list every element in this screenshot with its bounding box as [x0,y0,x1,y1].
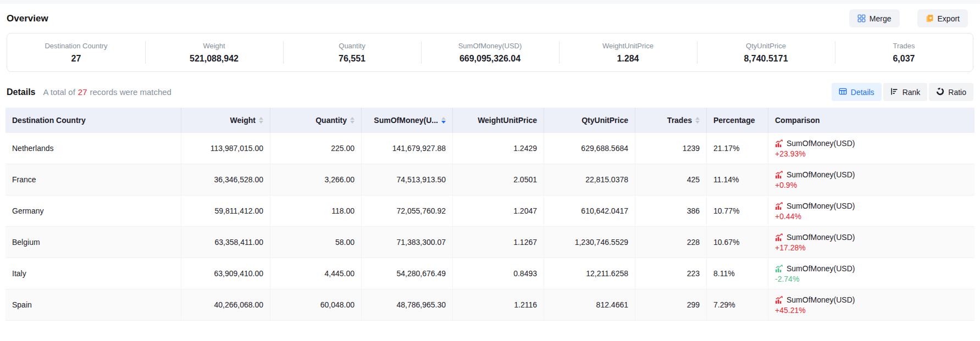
export-button-label: Export [938,14,960,23]
overview-stat-label: Weight [145,42,283,50]
cell-percentage: 8.11% [707,258,768,289]
overview-stat-value: 27 [7,54,145,64]
tab-rank[interactable]: Rank [883,83,928,101]
details-heading: Details A total of27records were matched [7,87,171,97]
sort-descending-icon [350,121,355,124]
rank-bars-icon [890,87,899,97]
table-body: Netherlands113,987,015.00225.00141,679,9… [5,133,975,321]
comparison-change: +45.21% [775,306,806,314]
comparison-metric: SumOfMoney(USD) [775,171,855,179]
sort-carets-icon[interactable] [695,117,700,124]
sort-descending-icon [259,121,263,124]
toolbar: Merge Export [849,9,968,27]
cell-quantity: 4,445.00 [270,258,362,289]
sort-ascending-icon [259,117,263,120]
table-row: Netherlands113,987,015.00225.00141,679,9… [5,133,975,164]
table-grid-icon [839,87,847,97]
column-header-qtyunitprice: QtyUnitPrice [544,108,635,133]
overview-stat-value: 8,740.5171 [697,54,835,64]
sort-ascending-icon [441,117,446,120]
cell-destination-country: Belgium [5,227,181,258]
overview-stat-sumofmoney-usd: SumOfMoney(USD)669,095,326.04 [421,40,559,66]
cell-quantity: 118.00 [270,195,362,226]
cell-percentage: 7.29% [707,289,768,320]
export-file-icon [926,14,934,23]
cell-quantity: 3,266.00 [270,164,362,195]
cell-destination-country: Spain [5,289,181,320]
tab-ratio[interactable]: Ratio [929,83,973,101]
comparison-metric-label: SumOfMoney(USD) [787,171,855,178]
overview-stat-value: 521,088,942 [145,54,283,64]
column-header-comparison: Comparison [768,108,975,133]
trend-chart-icon [775,139,783,148]
page-title: Overview [7,13,48,24]
overview-stat-label: Destination Country [7,42,145,50]
cell-destination-country: Netherlands [5,133,181,164]
match-count: 27 [75,87,90,97]
cell-weight-unit-price: 1.2116 [453,289,544,320]
sort-carets-icon[interactable] [350,117,355,124]
overview-stat-weightunitprice: WeightUnitPrice1.284 [559,40,697,66]
cell-weight-unit-price: 1.1267 [453,227,544,258]
cell-qty-unit-price: 1,230,746.5529 [544,227,635,258]
trend-chart-icon [775,296,783,304]
cell-qty-unit-price: 610,642.0417 [544,195,635,226]
tab-rank-label: Rank [903,88,921,97]
cell-comparison: SumOfMoney(USD)+0.44% [768,195,975,226]
comparison-metric-label: SumOfMoney(USD) [787,265,855,272]
overview-stat-weight: Weight521,088,942 [145,40,283,66]
cell-sum-of-money: 54,280,676.49 [362,258,453,289]
tab-details[interactable]: Details [832,83,882,101]
comparison-change: +0.44% [775,213,801,220]
column-header-label: Trades [667,116,692,125]
overview-stat-value: 1.284 [559,54,697,64]
cell-sum-of-money: 141,679,927.88 [362,133,453,164]
sort-carets-icon[interactable] [259,117,263,124]
column-header-weight[interactable]: Weight [181,108,270,133]
column-header-label: Percentage [713,116,755,125]
details-table: Destination CountryWeightQuantitySumOfMo… [5,108,975,321]
details-bar: Details A total of27records were matched… [7,83,973,101]
sort-descending-icon [441,121,446,124]
overview-stat-destination-country: Destination Country27 [7,40,145,66]
cell-comparison: SumOfMoney(USD)+23.93% [768,133,975,164]
export-button[interactable]: Export [917,9,968,27]
trend-chart-icon [775,233,783,242]
donut-chart-icon [936,87,944,97]
cell-qty-unit-price: 12,211.6258 [544,258,635,289]
cell-quantity: 60,048.00 [270,289,362,320]
cell-quantity: 58.00 [270,227,362,258]
overview-stat-value: 669,095,326.04 [421,54,559,64]
table-row: Belgium63,358,411.0058.0071,383,300.071.… [5,227,975,258]
view-switcher: Details Rank Ratio [832,83,973,101]
sort-descending-icon [695,121,700,124]
cell-weight: 63,909,410.00 [181,258,270,289]
match-summary: A total of27records were matched [43,87,171,97]
cell-trades: 228 [635,227,707,258]
merge-button[interactable]: Merge [849,9,900,27]
cell-weight-unit-price: 0.8493 [453,258,544,289]
column-header-label: QtyUnitPrice [582,116,628,125]
comparison-metric: SumOfMoney(USD) [775,139,855,148]
column-header-sumofmoney-u[interactable]: SumOfMoney(U... [362,108,453,133]
sort-carets-icon[interactable] [441,117,446,124]
column-header-quantity[interactable]: Quantity [270,108,362,133]
merge-grid-icon [857,14,866,23]
column-header-weightunitprice: WeightUnitPrice [453,108,544,133]
cell-weight: 40,266,068.00 [181,289,270,320]
cell-comparison: SumOfMoney(USD)+45.21% [768,289,975,320]
cell-weight: 63,358,411.00 [181,227,270,258]
overview-headbar: Overview Merge Export [0,4,980,29]
cell-trades: 1239 [635,133,707,164]
tab-ratio-label: Ratio [948,88,966,97]
cell-sum-of-money: 48,786,965.30 [362,289,453,320]
column-header-trades[interactable]: Trades [635,108,707,133]
overview-stat-value: 6,037 [835,54,973,64]
comparison-metric-label: SumOfMoney(USD) [787,202,855,210]
column-header-label: SumOfMoney(U... [374,116,438,125]
comparison-change: +17.28% [775,244,806,251]
cell-trades: 223 [635,258,707,289]
table-row: Germany59,811,412.00118.0072,055,760.921… [5,195,975,227]
cell-percentage: 10.67% [707,227,768,258]
overview-stat-quantity: Quantity76,551 [283,40,421,66]
